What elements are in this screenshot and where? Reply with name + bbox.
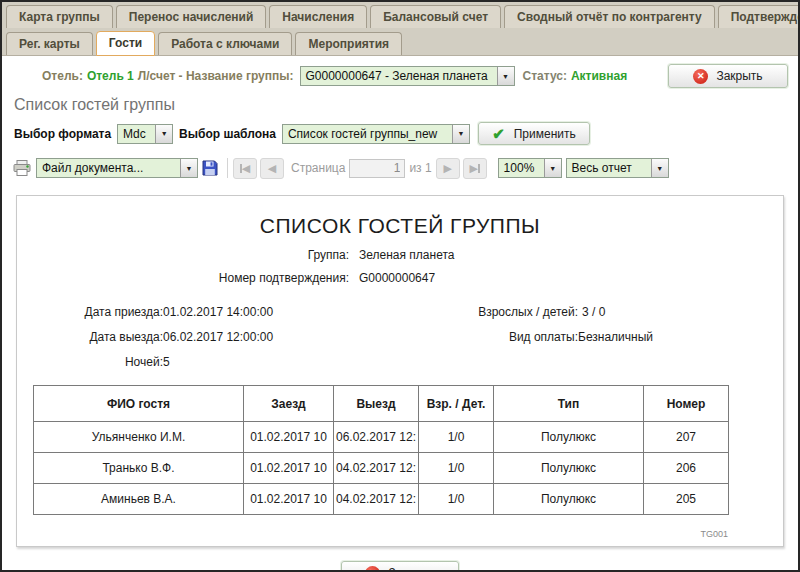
- arrival-date-label: Дата приезда:: [33, 305, 163, 319]
- template-label: Выбор шаблона: [179, 127, 276, 141]
- document-file-select[interactable]: Файл документа... ▼: [36, 158, 198, 178]
- tab-charges[interactable]: Начисления: [269, 5, 367, 28]
- print-icon[interactable]: [10, 157, 34, 179]
- checkin-date: 01.02.2017 10: [244, 453, 334, 484]
- room-number: 206: [644, 453, 729, 484]
- close-button-top-label: Закрыть: [716, 69, 762, 83]
- hotel-value: Отель 1: [87, 69, 134, 83]
- close-button-top[interactable]: ✕ Закрыть: [668, 64, 788, 88]
- nights-label: Ночей:: [33, 355, 163, 369]
- tab-keys[interactable]: Работа с ключами: [158, 32, 292, 55]
- checkin-date: 01.02.2017 10: [244, 422, 334, 453]
- checkout-date: 04.02.2017 12:: [334, 484, 419, 515]
- departure-date-value: 06.02.2017 12:00:00: [163, 330, 273, 344]
- report-details: Дата приезда: 01.02.2017 14:00:00 Дата в…: [33, 305, 767, 383]
- zoom-select[interactable]: 100% ▼: [498, 158, 562, 178]
- apply-button[interactable]: ✔ Применить: [478, 122, 590, 145]
- chevron-down-icon[interactable]: ▼: [497, 67, 514, 85]
- view-mode-select-value: Весь отчет: [567, 159, 651, 177]
- room-number: 205: [644, 484, 729, 515]
- group-select[interactable]: G0000000647 - Зеленая планета ▼: [300, 66, 515, 86]
- close-button-bottom-label: Закрыть: [388, 566, 434, 572]
- status-value: Активная: [571, 69, 627, 83]
- room-type: Полулюкс: [494, 453, 644, 484]
- app-window: Карта группыПеренос начисленийНачисления…: [0, 0, 800, 572]
- tab-events[interactable]: Мероприятия: [295, 32, 402, 55]
- close-button-bottom[interactable]: ✕ Закрыть: [341, 561, 459, 572]
- tab-reg-cards[interactable]: Рег. карты: [6, 32, 93, 55]
- guest-name: Ульянченко И.М.: [34, 422, 244, 453]
- save-icon[interactable]: [198, 157, 222, 179]
- page-title: Список гостей группы: [2, 92, 798, 120]
- status-label: Статус:: [523, 69, 567, 83]
- document-file-select-value: Файл документа...: [37, 159, 180, 177]
- account-group-label: Л/счет - Название группы:: [138, 69, 294, 83]
- adults-children: 1/0: [419, 422, 494, 453]
- table-row: Ульянченко И.М. 01.02.2017 10 06.02.2017…: [34, 422, 729, 453]
- report-confirmation-value: G0000000647: [359, 271, 435, 285]
- room-number: 207: [644, 422, 729, 453]
- tab-confirmations[interactable]: Подтверждения: [718, 5, 800, 28]
- guest-table-header-row: ФИО гостя Заезд Выезд Взр. / Дет. Тип Но…: [34, 386, 729, 422]
- payment-type-label: Вид оплаты:: [453, 330, 578, 344]
- guest-table: ФИО гостя Заезд Выезд Взр. / Дет. Тип Но…: [33, 385, 729, 515]
- template-select-value: Список гостей группы_new: [283, 125, 452, 143]
- guest-name: Аминьев В.А.: [34, 484, 244, 515]
- col-guest-name: ФИО гостя: [34, 386, 244, 422]
- checkout-date: 04.02.2017 12:: [334, 453, 419, 484]
- format-row: Выбор формата Mdc ▼ Выбор шаблона Список…: [2, 120, 798, 151]
- checkin-date: 01.02.2017 10: [244, 484, 334, 515]
- table-row: Транько В.Ф. 01.02.2017 10 04.02.2017 12…: [34, 453, 729, 484]
- col-adults-children: Взр. / Дет.: [419, 386, 494, 422]
- report-title: СПИСОК ГОСТЕЙ ГРУППЫ: [33, 214, 767, 238]
- adults-children-value: 3 / 0: [582, 305, 605, 319]
- tab-charge-transfer[interactable]: Перенос начислений: [116, 5, 267, 28]
- adults-children: 1/0: [419, 484, 494, 515]
- format-select-value: Mdc: [118, 125, 155, 143]
- tab-group-card[interactable]: Карта группы: [6, 5, 113, 28]
- arrival-date-value: 01.02.2017 14:00:00: [163, 305, 273, 319]
- chevron-down-icon[interactable]: ▼: [180, 159, 197, 177]
- template-select[interactable]: Список гостей группы_new ▼: [282, 124, 470, 144]
- payment-type-value: Безналичный: [578, 330, 653, 344]
- close-red-icon: ✕: [365, 566, 380, 572]
- zoom-select-value: 100%: [499, 159, 544, 177]
- chevron-down-icon[interactable]: ▼: [155, 125, 172, 143]
- chevron-down-icon[interactable]: ▼: [544, 159, 561, 177]
- checkout-date: 06.02.2017 12:: [334, 422, 419, 453]
- report-group-value: Зеленая планета: [359, 248, 454, 262]
- adults-children: 1/0: [419, 453, 494, 484]
- tab-guests[interactable]: Гости: [96, 31, 155, 56]
- room-type: Полулюкс: [494, 484, 644, 515]
- toolbar-divider: [227, 158, 228, 178]
- group-header-row: Отель: Отель 1 Л/счет - Название группы:…: [2, 56, 798, 92]
- nights-value: 5: [163, 355, 170, 369]
- page-number-input[interactable]: [349, 159, 405, 178]
- check-icon: ✔: [492, 125, 505, 143]
- adults-children-label: Взрослых / детей:: [453, 305, 578, 319]
- next-page-button[interactable]: ▶: [436, 158, 460, 179]
- table-row: Аминьев В.А. 01.02.2017 10 04.02.2017 12…: [34, 484, 729, 515]
- report-form-code: TG001: [33, 529, 728, 539]
- view-mode-select[interactable]: Весь отчет ▼: [566, 158, 669, 178]
- close-red-icon: ✕: [693, 69, 708, 84]
- chevron-down-icon[interactable]: ▼: [651, 159, 668, 177]
- first-page-button[interactable]: ◀: [233, 158, 257, 179]
- departure-date-label: Дата выезда:: [33, 330, 163, 344]
- prev-page-button[interactable]: ◀: [260, 158, 284, 179]
- report-group-label: Группа:: [33, 248, 349, 262]
- page-total-label: из 1: [409, 161, 431, 175]
- report-preview-panel: СПИСОК ГОСТЕЙ ГРУППЫ Группа: Зеленая пла…: [16, 195, 784, 547]
- tab-counterparty-report[interactable]: Сводный отчёт по контрагенту: [504, 5, 715, 28]
- chevron-down-icon[interactable]: ▼: [452, 125, 469, 143]
- footer-bar: ✕ Закрыть: [2, 561, 798, 572]
- format-label: Выбор формата: [14, 127, 111, 141]
- format-select[interactable]: Mdc ▼: [117, 124, 173, 144]
- col-room-type: Тип: [494, 386, 644, 422]
- hotel-label: Отель:: [42, 69, 83, 83]
- report-header-fields: Группа: Зеленая планета Номер подтвержде…: [33, 248, 767, 285]
- last-page-button[interactable]: ▶: [463, 158, 487, 179]
- sub-tab-bar: Рег. картыГостиРабота с ключамиМероприят…: [2, 28, 798, 56]
- tab-balance-account[interactable]: Балансовый счет: [370, 5, 501, 28]
- col-checkin: Заезд: [244, 386, 334, 422]
